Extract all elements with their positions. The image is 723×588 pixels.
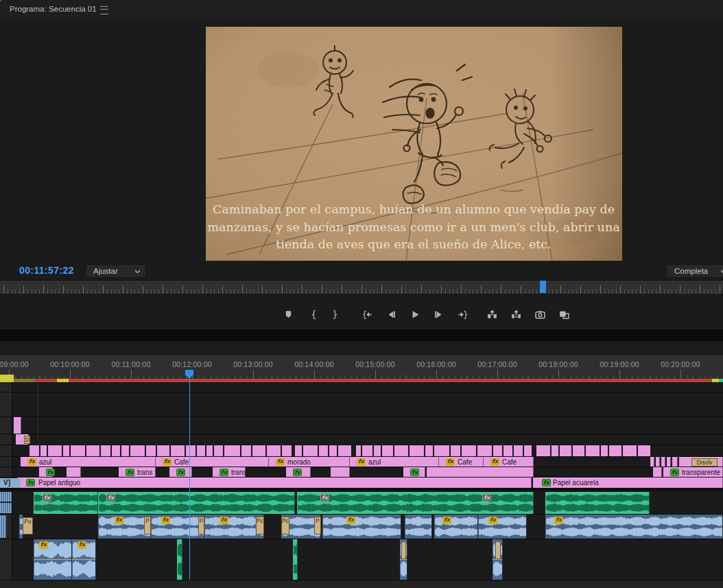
audio-clip[interactable]: [405, 515, 432, 539]
video-clip[interactable]: [656, 457, 660, 467]
video-clip-segment[interactable]: [29, 445, 39, 456]
fx-badge[interactable]: fx: [446, 458, 455, 466]
video-clip-segment[interactable]: [282, 445, 292, 456]
video-clip-segment[interactable]: [112, 445, 120, 456]
fx-badge[interactable]: fx: [106, 494, 115, 502]
audio-clip[interactable]: fx: [322, 515, 401, 539]
video-clip-segment[interactable]: [493, 445, 503, 456]
video-clip[interactable]: [653, 467, 662, 478]
fx-badge[interactable]: fx: [357, 458, 366, 466]
volume-band[interactable]: [34, 559, 71, 560]
video-clip-azul[interactable]: fxazul: [21, 457, 156, 467]
audio-clip[interactable]: fx: [545, 515, 723, 539]
video-clip-segment[interactable]: [329, 445, 337, 456]
transition-badge[interactable]: [401, 541, 406, 559]
fx-badge[interactable]: fx: [78, 541, 86, 549]
video-clip-segment[interactable]: [503, 445, 512, 456]
audio-clip[interactable]: [493, 539, 503, 580]
video-clip-segment[interactable]: [362, 445, 372, 456]
fx-badge[interactable]: fx: [39, 541, 48, 549]
video-clip-transparente-1[interactable]: fxtransparente 1: [663, 467, 723, 478]
video-clip-cafe[interactable]: fxCafe: [484, 457, 534, 467]
video-preview[interactable]: Caminaban por el campus, huían de un alu…: [206, 27, 622, 261]
audio-clip[interactable]: fx: [34, 492, 98, 514]
fx-badge[interactable]: fx: [26, 479, 35, 486]
video-clip-cafe[interactable]: fxCafe: [439, 457, 484, 467]
video-clip-segment[interactable]: [434, 445, 449, 456]
video-clip[interactable]: [67, 467, 81, 478]
timeline-tickstrip[interactable]: [0, 369, 723, 379]
monitor-playhead[interactable]: [540, 281, 546, 293]
video-clip-azul[interactable]: fxazul: [350, 457, 439, 467]
video-clip-segment[interactable]: [40, 445, 47, 456]
video-track-badge[interactable]: V]: [0, 478, 21, 488]
video-clip[interactable]: [331, 467, 350, 478]
video-clip[interactable]: [667, 457, 671, 467]
video-clip-segment[interactable]: [477, 445, 491, 456]
transition-badge[interactable]: Disolv: [691, 458, 718, 467]
fx-badge[interactable]: fx: [346, 517, 355, 524]
video-clip-segment[interactable]: [197, 445, 205, 456]
audio-clip[interactable]: fx: [72, 539, 96, 580]
video-clip-segment[interactable]: [394, 445, 408, 456]
video-clip[interactable]: fx: [286, 467, 311, 478]
video-clip[interactable]: [661, 457, 665, 467]
video-clip-segment[interactable]: [267, 445, 281, 456]
fx-badge[interactable]: fx: [488, 517, 497, 524]
fx-badge[interactable]: fx: [670, 469, 679, 476]
video-clip-segment[interactable]: [536, 445, 550, 456]
go-to-out-button[interactable]: }: [453, 306, 471, 324]
video-clip-segment[interactable]: [524, 445, 532, 456]
audio-clip[interactable]: fxP: [98, 515, 151, 539]
video-clip-segment[interactable]: [573, 445, 584, 456]
audio-clip[interactable]: fx: [478, 515, 527, 539]
video-clip-segment[interactable]: [623, 445, 637, 456]
extract-button[interactable]: [507, 306, 525, 324]
video-clip-segment[interactable]: [609, 445, 621, 456]
video-clip[interactable]: [14, 417, 21, 434]
video-clip-segment[interactable]: [601, 445, 608, 456]
video-clip-segment[interactable]: [101, 445, 111, 456]
video-clip-segment[interactable]: [319, 445, 327, 456]
video-clip-segment[interactable]: [560, 445, 571, 456]
video-clip[interactable]: fx: [403, 467, 425, 478]
fx-badge[interactable]: fx: [220, 517, 228, 524]
video-clip-segment[interactable]: [121, 445, 129, 456]
video-clip-segment[interactable]: [214, 445, 223, 456]
video-clip-papel-antiguo[interactable]: fxPapel antiguo: [17, 478, 532, 488]
panel-menu-icon[interactable]: [100, 6, 108, 14]
fx-badge[interactable]: fx: [163, 458, 171, 466]
volume-band[interactable]: [72, 559, 95, 560]
video-clip[interactable]: [672, 457, 678, 467]
fx-badge[interactable]: fx: [320, 494, 329, 502]
video-clip-trans[interactable]: fxtrans: [213, 467, 246, 478]
video-clip-segment[interactable]: [303, 445, 318, 456]
fx-badge[interactable]: fx: [554, 517, 563, 524]
video-clip-segment[interactable]: [382, 445, 393, 456]
video-clip-segment[interactable]: [552, 445, 558, 456]
timeline-playhead-line[interactable]: [189, 370, 190, 580]
video-clip-morado[interactable]: fxmorado: [269, 457, 350, 467]
video-clip[interactable]: [650, 457, 654, 467]
fx-badge[interactable]: fx: [276, 458, 285, 466]
video-clip-segment[interactable]: [157, 445, 169, 456]
video-clip-segment[interactable]: [462, 445, 477, 456]
mark-out-button[interactable]: }: [326, 306, 344, 324]
audio-clip[interactable]: fxPc: [204, 515, 264, 539]
comparison-view-button[interactable]: [555, 306, 573, 324]
video-clip-segment[interactable]: [171, 445, 185, 456]
video-clip[interactable]: D: [16, 434, 29, 445]
fx-badge[interactable]: fx: [161, 517, 170, 524]
video-clip[interactable]: [427, 467, 534, 478]
audio-clip[interactable]: [400, 539, 407, 580]
timecode-display[interactable]: 00:11:57:22: [19, 265, 74, 276]
fx-badge[interactable]: fx: [27, 458, 36, 466]
transition-badge[interactable]: [495, 541, 501, 559]
transition-badge[interactable]: [0, 0, 1, 1]
fx-badge[interactable]: fx: [482, 494, 491, 502]
video-clip-segment[interactable]: [338, 445, 351, 456]
fx-badge[interactable]: fx: [176, 469, 185, 476]
zoom-level-select[interactable]: Ajustar: [85, 264, 146, 278]
video-clip-segment[interactable]: [48, 445, 62, 456]
video-clip-segment[interactable]: [514, 445, 523, 456]
